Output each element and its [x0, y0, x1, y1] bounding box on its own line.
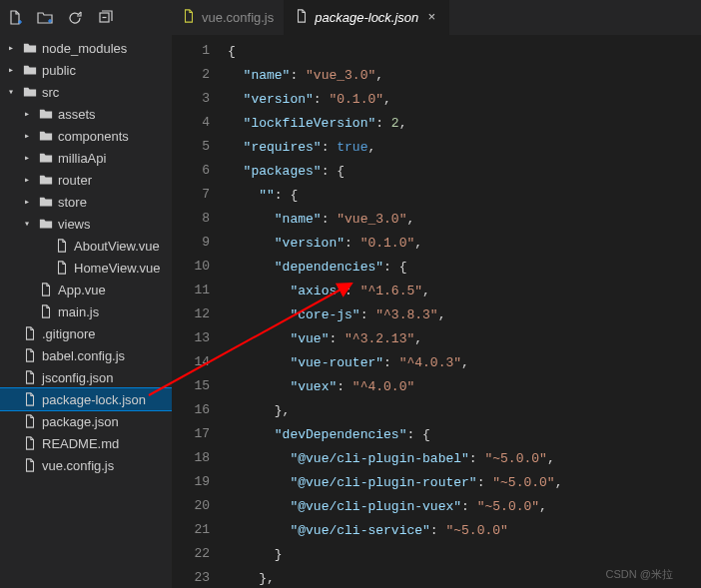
code-line[interactable]: "lockfileVersion": 2, — [228, 111, 701, 135]
tree-label: assets — [58, 107, 96, 122]
code-line[interactable]: { — [228, 39, 701, 63]
file-icon — [38, 282, 54, 297]
vscode-window: vue.config.jspackage-lock.json× ▸node_mo… — [0, 0, 701, 588]
code-line[interactable]: "@vue/cli-plugin-vuex": "~5.0.0", — [228, 494, 701, 518]
tree-label: README.md — [42, 436, 119, 451]
line-number: 8 — [172, 207, 210, 231]
code-line[interactable]: "axios": "^1.6.5", — [228, 279, 701, 302]
line-number: 10 — [172, 255, 210, 279]
new-file-icon[interactable] — [4, 7, 26, 29]
tree-label: milliaApi — [58, 151, 106, 166]
line-number: 13 — [172, 326, 210, 350]
editor[interactable]: 1234567891011121314151617181920212223 { … — [172, 35, 701, 588]
tree-item-package-lock-json[interactable]: package-lock.json — [0, 388, 172, 410]
line-numbers: 1234567891011121314151617181920212223 — [172, 35, 228, 588]
tree-item-README-md[interactable]: README.md — [0, 432, 172, 454]
code-line[interactable]: "requires": true, — [228, 135, 701, 159]
code-line[interactable]: "@vue/cli-plugin-babel": "~5.0.0", — [228, 446, 701, 470]
code-line[interactable]: "vuex": "^4.0.0" — [228, 374, 701, 398]
tree-item-AboutView-vue[interactable]: AboutView.vue — [0, 235, 172, 257]
line-number: 19 — [172, 470, 210, 494]
code-line[interactable]: "name": "vue_3.0", — [228, 63, 701, 87]
folder-icon — [38, 172, 54, 188]
tree-label: views — [58, 217, 91, 232]
line-number: 15 — [172, 374, 210, 398]
watermark: CSDN @米拉 — [606, 567, 673, 582]
tree-label: HomeView.vue — [74, 261, 160, 276]
tree-item-assets[interactable]: ▸assets — [0, 103, 172, 125]
tree-label: main.js — [58, 304, 99, 319]
code-line[interactable]: "version": "0.1.0", — [228, 87, 701, 111]
folder-icon — [38, 106, 54, 122]
line-number: 20 — [172, 494, 210, 518]
line-number: 6 — [172, 159, 210, 183]
tree-label: public — [42, 63, 76, 78]
twisty-icon: ▸ — [4, 64, 18, 76]
line-number: 4 — [172, 111, 210, 135]
line-number: 2 — [172, 63, 210, 87]
tree-item-main-js[interactable]: main.js — [0, 300, 172, 322]
tree-item-components[interactable]: ▸components — [0, 125, 172, 147]
code-line[interactable]: "dependencies": { — [228, 255, 701, 279]
tree-item--gitignore[interactable]: .gitignore — [0, 322, 172, 344]
line-number: 16 — [172, 398, 210, 422]
tree-label: jsconfig.json — [42, 370, 114, 385]
tree-item-public[interactable]: ▸public — [0, 59, 172, 81]
code-line[interactable]: "devDependencies": { — [228, 422, 701, 446]
tree-item-milliaApi[interactable]: ▸milliaApi — [0, 147, 172, 169]
code-line[interactable]: "": { — [228, 183, 701, 207]
line-number: 18 — [172, 446, 210, 470]
code-content[interactable]: { "name": "vue_3.0", "version": "0.1.0",… — [228, 35, 701, 588]
folder-icon — [22, 40, 38, 56]
tab-package-lock-json[interactable]: package-lock.json× — [285, 0, 449, 35]
close-icon[interactable]: × — [424, 11, 438, 25]
file-icon — [22, 347, 38, 363]
tree-item-router[interactable]: ▸router — [0, 169, 172, 191]
tree-item-node_modules[interactable]: ▸node_modules — [0, 37, 172, 59]
tree-item-src[interactable]: ▾src — [0, 81, 172, 103]
tree-item-jsconfig-json[interactable]: jsconfig.json — [0, 366, 172, 388]
tree-item-HomeView-vue[interactable]: HomeView.vue — [0, 257, 172, 279]
tree-label: node_modules — [42, 41, 127, 56]
tree-item-App-vue[interactable]: App.vue — [0, 279, 172, 300]
tree-label: AboutView.vue — [74, 239, 160, 254]
code-line[interactable]: }, — [228, 398, 701, 422]
line-number: 21 — [172, 518, 210, 542]
new-folder-icon[interactable] — [34, 7, 56, 29]
tree-label: store — [58, 195, 87, 210]
code-line[interactable]: "packages": { — [228, 159, 701, 183]
tree-item-vue-config-js[interactable]: vue.config.js — [0, 454, 172, 476]
line-number: 14 — [172, 350, 210, 374]
twisty-icon: ▾ — [20, 218, 34, 230]
code-line[interactable]: "@vue/cli-plugin-router": "~5.0.0", — [228, 470, 701, 494]
tree-label: App.vue — [58, 283, 106, 297]
editor-tabs: vue.config.jspackage-lock.json× — [172, 0, 449, 35]
collapse-all-icon[interactable] — [94, 7, 116, 29]
file-icon — [22, 435, 38, 451]
folder-icon — [38, 150, 54, 166]
code-line[interactable]: "@vue/cli-service": "~5.0.0" — [228, 518, 701, 542]
twisty-icon: ▸ — [20, 130, 34, 142]
code-line[interactable]: "version": "0.1.0", — [228, 231, 701, 255]
tab-label: vue.config.js — [202, 10, 274, 25]
tree-item-babel-config-js[interactable]: babel.config.js — [0, 344, 172, 366]
file-icon — [22, 457, 38, 473]
code-line[interactable]: "vue": "^3.2.13", — [228, 326, 701, 350]
tree-item-views[interactable]: ▾views — [0, 213, 172, 235]
tree-label: package.json — [42, 414, 119, 429]
file-explorer[interactable]: ▸node_modules▸public▾src▸assets▸componen… — [0, 35, 172, 588]
twisty-icon: ▸ — [20, 174, 34, 186]
tree-item-package-json[interactable]: package.json — [0, 410, 172, 432]
line-number: 11 — [172, 279, 210, 302]
refresh-icon[interactable] — [64, 7, 86, 29]
tree-item-store[interactable]: ▸store — [0, 191, 172, 213]
code-line[interactable]: "vue-router": "^4.0.3", — [228, 350, 701, 374]
tab-label: package-lock.json — [315, 10, 418, 25]
tab-vue-config-js[interactable]: vue.config.js — [172, 0, 285, 35]
tree-label: .gitignore — [42, 326, 95, 341]
line-number: 9 — [172, 231, 210, 255]
code-line[interactable]: "name": "vue_3.0", — [228, 207, 701, 231]
line-number: 17 — [172, 422, 210, 446]
code-line[interactable]: } — [228, 542, 701, 566]
code-line[interactable]: "core-js": "^3.8.3", — [228, 302, 701, 326]
